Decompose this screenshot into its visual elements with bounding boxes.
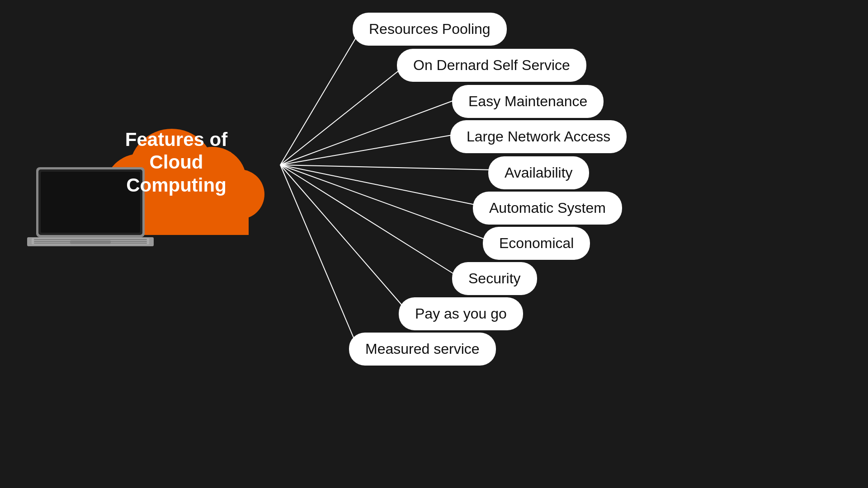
feature-availability: Availability	[488, 156, 589, 189]
svg-rect-25	[34, 239, 147, 240]
feature-on-dernard: On Dernard Self Service	[397, 49, 586, 82]
svg-rect-27	[34, 243, 147, 244]
svg-line-2	[280, 99, 457, 165]
feature-economical: Economical	[483, 227, 590, 260]
svg-line-6	[280, 165, 488, 240]
feature-security: Security	[452, 262, 537, 295]
feature-resources-pooling: Resources Pooling	[353, 13, 507, 46]
svg-line-8	[280, 165, 407, 311]
feature-automatic-system: Automatic System	[473, 192, 622, 225]
cloud-title: Features of Cloud Computing	[108, 128, 244, 197]
feature-pay-as-you-go: Pay as you go	[399, 297, 523, 330]
svg-line-9	[280, 165, 357, 346]
svg-line-4	[280, 165, 493, 170]
svg-line-5	[280, 165, 477, 205]
svg-rect-26	[34, 241, 147, 242]
svg-line-7	[280, 165, 457, 276]
feature-easy-maintenance: Easy Maintenance	[452, 85, 604, 118]
feature-large-network-access: Large Network Access	[450, 120, 627, 153]
feature-measured-service: Measured service	[349, 333, 496, 366]
svg-line-1	[280, 64, 407, 165]
svg-line-3	[280, 135, 454, 165]
svg-line-0	[280, 28, 362, 165]
